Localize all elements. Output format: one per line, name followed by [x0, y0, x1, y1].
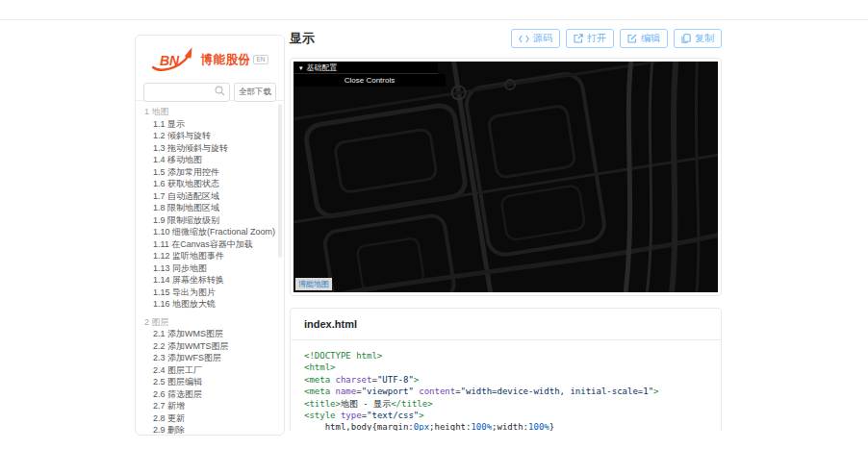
- open-button[interactable]: 打开: [566, 29, 614, 48]
- map-canvas[interactable]: ▾ 基础配置 Close Controls 博能地图: [294, 62, 718, 292]
- tree-item[interactable]: 1.8 限制地图区域: [144, 202, 284, 214]
- sidebar-top: BN 博能股份 EN 全部下载: [136, 36, 284, 101]
- tree-item[interactable]: 1.6 获取地图状态: [144, 178, 284, 190]
- main-content: 显示 源码 打开: [290, 25, 722, 431]
- edit-button[interactable]: 编辑: [620, 29, 668, 48]
- copy-icon: [681, 34, 691, 43]
- brand-company-name: 博能股份: [200, 52, 250, 68]
- tree-item[interactable]: 1.7 自动适配区域: [144, 190, 284, 203]
- search-row: 全部下载: [136, 82, 284, 102]
- main-header: 显示 源码 打开: [290, 25, 722, 52]
- edit-icon: [627, 34, 637, 43]
- code-icon: [519, 35, 529, 43]
- page-title: 显示: [290, 30, 315, 47]
- svg-text:BN: BN: [160, 53, 180, 68]
- open-external-icon: [574, 34, 583, 43]
- tree-item[interactable]: 1.15 导出为图片: [144, 287, 284, 299]
- tree-item[interactable]: 2.4 图层工厂: [144, 364, 284, 377]
- code-line: <meta charset="UTF-8">: [304, 374, 721, 386]
- edit-label: 编辑: [641, 32, 660, 45]
- code-line: <html>: [304, 362, 721, 373]
- tree-item[interactable]: 1.16 地图放大镜: [144, 298, 284, 311]
- tree-item[interactable]: 1 地图: [144, 106, 284, 118]
- tree-item[interactable]: 1.10 细微缩放(Fractional Zoom): [144, 226, 284, 238]
- map-roads-art: [294, 62, 718, 292]
- tree-item[interactable]: 2.7 新增: [144, 400, 284, 412]
- chevron-down-icon: ▾: [299, 64, 303, 71]
- copy-button[interactable]: 复制: [674, 29, 722, 48]
- source-code-label: 源码: [533, 32, 552, 45]
- code-line: <!DOCTYPE html>: [304, 350, 721, 362]
- tree-item[interactable]: 1.5 添加常用控件: [144, 166, 284, 179]
- tree-item[interactable]: 1.11 在Canvas容器中加载: [144, 238, 284, 251]
- tree-item[interactable]: 1.4 移动地图: [144, 154, 284, 166]
- map-card: ▾ 基础配置 Close Controls 博能地图: [290, 58, 722, 296]
- gui-close-controls-button[interactable]: Close Controls: [294, 74, 446, 87]
- tree-item[interactable]: 1.2 倾斜与旋转: [144, 130, 284, 142]
- dat-gui-panel: ▾ 基础配置 Close Controls: [294, 62, 446, 87]
- page: BN 博能股份 EN 全部下载 1 地图1.1 显示1.2 倾斜与旋转1.3 拖…: [0, 0, 868, 449]
- tree-item[interactable]: 2.2 添加WMTS图层: [144, 340, 284, 353]
- tree-item[interactable]: 2 图层: [144, 316, 284, 329]
- open-label: 打开: [587, 32, 606, 45]
- tree-item[interactable]: 1.14 屏幕坐标转换: [144, 274, 284, 287]
- code-line: html,body{margin:0px;height:100%;width:1…: [304, 421, 721, 431]
- toolbar: 源码 打开 编辑: [511, 29, 722, 48]
- brand-logo[interactable]: BN 博能股份 EN: [136, 36, 284, 79]
- brand-swoosh-icon: BN: [151, 47, 197, 72]
- tree-item[interactable]: 2.8 更新: [144, 412, 284, 425]
- gui-folder-label: 基础配置: [307, 62, 338, 73]
- code-block[interactable]: <!DOCTYPE html><html><meta charset="UTF-…: [291, 340, 721, 431]
- tree-item[interactable]: 1.13 同步地图: [144, 262, 284, 275]
- tree-item[interactable]: 1.9 限制缩放级别: [144, 214, 284, 227]
- code-line: <meta name="viewport" content="width=dev…: [304, 386, 721, 397]
- code-line: <title>地图 - 显示</title>: [304, 398, 721, 410]
- top-divider: [0, 19, 868, 20]
- download-all-button[interactable]: 全部下载: [234, 83, 276, 102]
- gui-folder-toggle[interactable]: ▾ 基础配置: [294, 62, 438, 74]
- tree-item[interactable]: 2.3 添加WFS图层: [144, 352, 284, 364]
- tree-item[interactable]: 1.1 显示: [144, 118, 284, 131]
- search-icon: [215, 86, 225, 96]
- code-filename: index.html: [291, 309, 721, 340]
- tree-item[interactable]: 1.12 监听地图事件: [144, 250, 284, 262]
- language-toggle-badge[interactable]: EN: [253, 55, 268, 65]
- source-code-button[interactable]: 源码: [511, 29, 560, 48]
- tree-item[interactable]: 2.5 图层编辑: [144, 376, 284, 388]
- tree-item[interactable]: 2.9 删除: [144, 424, 284, 436]
- tree-item[interactable]: 2.6 筛选图层: [144, 388, 284, 401]
- tree-item[interactable]: 1.3 拖动倾斜与旋转: [144, 142, 284, 155]
- copy-label: 复制: [695, 32, 714, 45]
- code-card: index.html <!DOCTYPE html><html><meta ch…: [290, 308, 722, 431]
- tree-item[interactable]: 2.1 添加WMS图层: [144, 328, 284, 340]
- sidebar-tree: 1 地图1.1 显示1.2 倾斜与旋转1.3 拖动倾斜与旋转1.4 移动地图1.…: [136, 101, 284, 436]
- sidebar: BN 博能股份 EN 全部下载 1 地图1.1 显示1.2 倾斜与旋转1.3 拖…: [135, 35, 285, 436]
- code-line: <style type="text/css">: [304, 410, 721, 421]
- sidebar-scrollbar[interactable]: [278, 104, 282, 258]
- code-card-clip: index.html <!DOCTYPE html><html><meta ch…: [290, 308, 722, 431]
- map-attribution-link[interactable]: 博能地图: [295, 278, 332, 290]
